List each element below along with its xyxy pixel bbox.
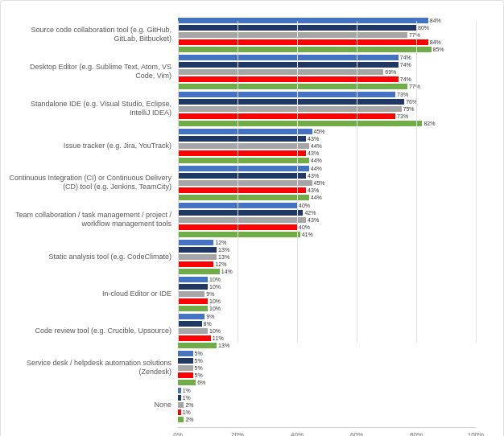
bar-value-label: 75% xyxy=(403,106,415,112)
bar-row: 73% xyxy=(178,113,487,119)
bar-value-label: 10% xyxy=(209,284,221,290)
bar-row: 75% xyxy=(178,105,487,112)
bar-value-label: 5% xyxy=(195,351,203,356)
bar-2019 xyxy=(178,99,404,105)
bar-value-label: 44% xyxy=(311,166,322,171)
bar-2019 xyxy=(178,395,181,401)
x-axis: 0%20%40%60%80%100% xyxy=(178,427,476,436)
bar-row: 84% xyxy=(178,39,487,45)
bar-2019 xyxy=(178,284,208,290)
bar-row: 74% xyxy=(178,54,487,60)
bar-value-label: 85% xyxy=(433,47,444,52)
bar-value-label: 41% xyxy=(302,232,313,237)
bar-value-label: 2% xyxy=(185,402,193,408)
bar-row: 42% xyxy=(178,209,487,216)
bar-value-label: 10% xyxy=(209,298,221,304)
bar-row: 45% xyxy=(178,128,487,134)
bar-value-label: 43% xyxy=(308,173,319,179)
bar-2019 xyxy=(178,173,306,179)
bar-2020 xyxy=(178,402,184,408)
bar-value-label: 14% xyxy=(221,269,233,274)
bar-value-label: 12% xyxy=(215,261,226,267)
bar-row: 13% xyxy=(178,246,487,253)
bar-row: 74% xyxy=(178,61,487,68)
bar-2018 xyxy=(178,55,399,60)
bar-label: None xyxy=(9,401,178,409)
bar-group: Source code collaboration tool (e.g. Git… xyxy=(9,17,487,52)
bar-group: Team collaboration / task management / p… xyxy=(9,202,487,237)
bar-2022 xyxy=(178,380,196,385)
bar-2018 xyxy=(178,351,193,356)
bar-group: Service desk / helpdesk automation solut… xyxy=(9,350,487,385)
bar-2020 xyxy=(178,291,204,297)
bar-2022 xyxy=(178,306,208,311)
bars-col: 74%74%69%74%77% xyxy=(178,54,487,89)
bar-row: 77% xyxy=(178,83,487,89)
bar-row: 1% xyxy=(178,394,487,401)
bar-value-label: 1% xyxy=(183,409,191,415)
bar-value-label: 74% xyxy=(400,76,411,82)
bar-row: 6% xyxy=(178,379,487,385)
x-tick-label: 0% xyxy=(173,431,183,436)
bars-col: 1%1%2%1%2% xyxy=(178,387,487,422)
bar-value-label: 40% xyxy=(299,224,310,230)
bar-group: Continuous Integration (CI) or Continuou… xyxy=(9,165,487,200)
bar-label: Continuous Integration (CI) or Continuou… xyxy=(9,174,178,191)
bar-value-label: 40% xyxy=(299,203,310,208)
bar-row: 11% xyxy=(178,335,487,341)
bar-value-label: 11% xyxy=(213,335,224,341)
bar-row: 5% xyxy=(178,364,487,371)
chart-area: Source code collaboration tool (e.g. Git… xyxy=(9,17,487,424)
bar-row: 10% xyxy=(178,305,487,311)
bar-row: 80% xyxy=(178,24,487,31)
bar-row: 44% xyxy=(178,194,487,200)
bar-row: 74% xyxy=(178,76,487,82)
bar-row: 43% xyxy=(178,216,487,223)
x-tick-label: 20% xyxy=(231,431,244,436)
bars-col: 9%8%10%11%13% xyxy=(178,313,487,348)
bar-row: 5% xyxy=(178,357,487,364)
bar-value-label: 45% xyxy=(314,180,325,186)
bar-row: 44% xyxy=(178,142,487,149)
bar-value-label: 84% xyxy=(430,39,441,45)
bar-group: Static analysis tool (e.g. CodeClimate)1… xyxy=(9,239,487,274)
bar-2021 xyxy=(178,76,399,82)
bar-label: Desktop Editor (e.g. Sublime Text, Atom,… xyxy=(9,63,178,80)
bar-value-label: 73% xyxy=(397,92,408,97)
bars-col: 40%42%43%40%41% xyxy=(178,202,487,237)
bar-2020 xyxy=(178,32,407,38)
bar-row: 43% xyxy=(178,172,487,179)
bar-row: 85% xyxy=(178,46,487,52)
bar-value-label: 10% xyxy=(209,277,221,282)
bar-value-label: 43% xyxy=(308,187,319,193)
bar-value-label: 77% xyxy=(409,84,420,89)
bar-value-label: 13% xyxy=(218,247,229,253)
bar-2019 xyxy=(178,358,193,364)
bar-row: 10% xyxy=(178,298,487,304)
bar-2021 xyxy=(178,335,211,341)
bars-col: 45%43%44%43%44% xyxy=(178,128,487,163)
x-tick-label: 40% xyxy=(291,431,304,436)
bar-label: Source code collaboration tool (e.g. Git… xyxy=(9,26,178,43)
bar-row: 1% xyxy=(178,387,487,393)
bar-value-label: 1% xyxy=(183,388,191,393)
bar-value-label: 80% xyxy=(418,25,429,31)
bar-2018 xyxy=(178,240,213,245)
bar-row: 1% xyxy=(178,409,487,415)
bar-label: Service desk / helpdesk automation solut… xyxy=(9,359,178,376)
bar-value-label: 77% xyxy=(409,32,420,38)
bar-value-label: 43% xyxy=(308,217,319,223)
bar-2022 xyxy=(178,121,422,126)
bar-2018 xyxy=(178,18,428,23)
bar-value-label: 1% xyxy=(183,395,191,401)
bar-row: 12% xyxy=(178,261,487,267)
bar-value-label: 10% xyxy=(209,306,221,311)
bar-row: 10% xyxy=(178,276,487,282)
bar-label: Static analysis tool (e.g. CodeClimate) xyxy=(9,253,178,261)
bar-value-label: 82% xyxy=(423,121,435,126)
bar-label: In-cloud Editor or IDE xyxy=(9,290,178,298)
bar-2020 xyxy=(178,69,383,75)
bar-row: 10% xyxy=(178,327,487,334)
bar-2018 xyxy=(178,314,204,319)
bar-2022 xyxy=(178,158,309,163)
